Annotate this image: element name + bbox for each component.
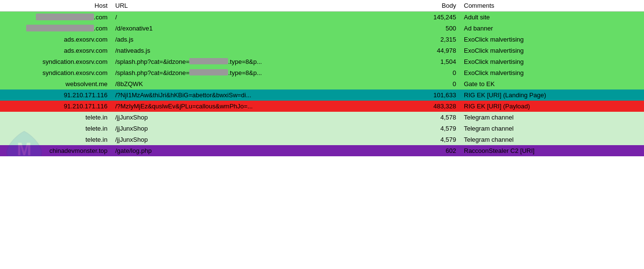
host-suffix: .com bbox=[94, 14, 107, 21]
host-suffix: .com bbox=[94, 25, 107, 32]
cell-url: /jjJunxShop bbox=[111, 112, 412, 123]
cell-host: XXXXXXXXXXXX.com bbox=[0, 23, 111, 34]
cell-body: 44,978 bbox=[412, 45, 460, 56]
table-row: 91.210.171.116/?MzIyMjEz&quslwEv&jPLu=ca… bbox=[0, 101, 644, 112]
table-row: websolvent.me/8bZQWK0Gate to EK bbox=[0, 78, 644, 90]
cell-comments: ExoClick malvertising bbox=[460, 56, 644, 67]
blurred-host: XXXXXXXXXXXX bbox=[26, 25, 94, 31]
cell-host: ads.exosrv.com bbox=[0, 45, 111, 56]
cell-host: syndication.exosrv.com bbox=[0, 67, 111, 78]
cell-comments: RaccoonStealer C2 [URI] bbox=[460, 145, 644, 156]
cell-host: websolvent.me bbox=[0, 78, 111, 90]
cell-comments: Ad banner bbox=[460, 23, 644, 34]
table-row: ads.exosrv.com/nativeads.js44,978ExoClic… bbox=[0, 45, 644, 56]
table-header: Host URL Body Comments bbox=[0, 0, 644, 12]
url-suffix: .type=8&p... bbox=[228, 58, 262, 65]
table-row: XXXXXXXXXXXX.com/d/exonative1500Ad banne… bbox=[0, 23, 644, 34]
cell-url: /nativeads.js bbox=[111, 45, 412, 56]
cell-body: 0 bbox=[412, 67, 460, 78]
table-row: telete.in/jjJunxShop4,579Telegram channe… bbox=[0, 123, 644, 134]
cell-comments: Telegram channel bbox=[460, 112, 644, 123]
cell-host: 91.210.171.116 bbox=[0, 90, 111, 101]
header-comments: Comments bbox=[460, 0, 644, 12]
cell-url: /?NjI1MzAw&thiJri&hKBiG=abettor&bwxiSw=d… bbox=[111, 90, 412, 101]
url-prefix: /splash.php?cat=&idzone= bbox=[115, 69, 189, 76]
blurred-url-part: XXXXXXXX bbox=[189, 69, 228, 75]
cell-body: 0 bbox=[412, 78, 460, 90]
cell-comments: Adult site bbox=[460, 12, 644, 23]
header-host: Host bbox=[0, 0, 111, 12]
cell-body: 4,579 bbox=[412, 134, 460, 145]
cell-url: /8bZQWK bbox=[111, 78, 412, 90]
cell-host: telete.in M bbox=[0, 134, 111, 145]
cell-body: 4,578 bbox=[412, 112, 460, 123]
url-suffix: .type=8&p... bbox=[228, 69, 262, 76]
table-row: syndication.exosrv.com/splash.php?cat=&i… bbox=[0, 67, 644, 78]
cell-body: 1,504 bbox=[412, 56, 460, 67]
cell-url: /?MzIyMjEz&quslwEv&jPLu=callous&wmPhJo=.… bbox=[111, 101, 412, 112]
cell-body: 2,315 bbox=[412, 34, 460, 45]
cell-comments: ExoClick malvertising bbox=[460, 34, 644, 45]
cell-url: /jjJunxShop bbox=[111, 123, 412, 134]
table-row: 91.210.171.116/?NjI1MzAw&thiJri&hKBiG=ab… bbox=[0, 90, 644, 101]
cell-comments: ExoClick malvertising bbox=[460, 67, 644, 78]
table-row: telete.in/jjJunxShop4,578Telegram channe… bbox=[0, 112, 644, 123]
cell-body: 101,633 bbox=[412, 90, 460, 101]
cell-host: 91.210.171.116 bbox=[0, 101, 111, 112]
cell-url: /ads.js bbox=[111, 34, 412, 45]
cell-body: 602 bbox=[412, 145, 460, 156]
blurred-url-part: XXXXXXXX bbox=[189, 58, 228, 64]
cell-host: syndication.exosrv.com bbox=[0, 56, 111, 67]
cell-host: telete.in bbox=[0, 112, 111, 123]
cell-url: /d/exonative1 bbox=[111, 23, 412, 34]
cell-comments: RIG EK [URI] (Landing Page) bbox=[460, 90, 644, 101]
table-row: ads.exosrv.com/ads.js2,315ExoClick malve… bbox=[0, 34, 644, 45]
header-url: URL bbox=[111, 0, 412, 12]
table-body: XXXXXXXXXXXX.com/145,245Adult siteXXXXXX… bbox=[0, 12, 644, 157]
cell-body: 483,328 bbox=[412, 101, 460, 112]
table-row: chinadevmonster.top/gate/log.php602Racco… bbox=[0, 145, 644, 156]
table-row: syndication.exosrv.com/splash.php?cat=&i… bbox=[0, 56, 644, 67]
cell-url: /splash.php?cat=&idzone=XXXXXXXX.type=8&… bbox=[111, 56, 412, 67]
cell-host: telete.in bbox=[0, 123, 111, 134]
blurred-host: XXXXXXXXXXXX bbox=[36, 14, 94, 20]
cell-url: /gate/log.php bbox=[111, 145, 412, 156]
cell-comments: ExoClick malvertising bbox=[460, 45, 644, 56]
cell-comments: Telegram channel bbox=[460, 123, 644, 134]
table-row: telete.in M /jjJunxShop4,579Telegram cha… bbox=[0, 134, 644, 145]
url-prefix: /splash.php?cat=&idzone= bbox=[115, 58, 189, 65]
cell-comments: RIG EK [URI] (Payload) bbox=[460, 101, 644, 112]
table-row: XXXXXXXXXXXX.com/145,245Adult site bbox=[0, 12, 644, 23]
cell-body: 4,579 bbox=[412, 123, 460, 134]
header-body: Body bbox=[412, 0, 460, 12]
cell-url: / bbox=[111, 12, 412, 23]
cell-url: /splash.php?cat=&idzone=XXXXXXXX.type=8&… bbox=[111, 67, 412, 78]
cell-body: 145,245 bbox=[412, 12, 460, 23]
cell-host: chinadevmonster.top bbox=[0, 145, 111, 156]
cell-comments: Telegram channel bbox=[460, 134, 644, 145]
cell-comments: Gate to EK bbox=[460, 78, 644, 90]
cell-url: /jjJunxShop bbox=[111, 134, 412, 145]
cell-host: ads.exosrv.com bbox=[0, 34, 111, 45]
cell-body: 500 bbox=[412, 23, 460, 34]
cell-host: XXXXXXXXXXXX.com bbox=[0, 12, 111, 23]
